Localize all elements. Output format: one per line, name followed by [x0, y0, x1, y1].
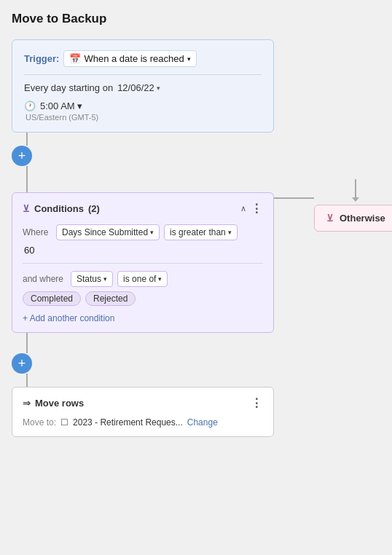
otherwise-label: Otherwise	[340, 213, 385, 224]
filter-icon: ⊻	[23, 203, 30, 214]
time-value-label: 5:00 AM	[40, 101, 75, 111]
action-detail-row: Move to: ☐ 2023 - Retirement Reques... C…	[23, 417, 263, 428]
more-options-icon[interactable]: ⋮	[251, 202, 263, 216]
tag-rejected: Rejected	[85, 291, 136, 306]
timezone-label: US/Eastern (GMT-5)	[26, 113, 262, 122]
h-connector: ⊻ Otherwise	[274, 179, 392, 232]
trigger-type-dropdown[interactable]: 📅 When a date is reached ▾	[63, 50, 196, 67]
field2-label: Status	[77, 274, 101, 284]
schedule-date: 12/06/22	[117, 82, 154, 93]
add-condition-button[interactable]: + Add another condition	[23, 313, 114, 323]
conditions-actions: ∧ ⋮	[240, 202, 263, 216]
clock-icon: 🕐	[24, 101, 36, 111]
connector-v3	[26, 179, 28, 192]
trigger-label: Trigger:	[24, 53, 59, 64]
connector-v5	[26, 374, 28, 387]
arrow-down-otherwise	[352, 197, 359, 202]
connector-v2	[26, 166, 28, 179]
field1-dropdown[interactable]: Days Since Submitted ▾	[56, 224, 160, 240]
condition-value-1: 60	[23, 245, 263, 256]
field2-dropdown[interactable]: Status ▾	[71, 271, 113, 287]
move-to-label: Move to:	[23, 417, 56, 428]
chevron-down-icon-6: ▾	[103, 275, 107, 283]
action-title: ⇒ Move rows	[23, 398, 84, 409]
v-connector-otherwise: ⊻ Otherwise	[314, 179, 392, 232]
otherwise-branch: ⊻ Otherwise	[274, 179, 392, 232]
field1-label: Days Since Submitted	[62, 227, 148, 237]
conditions-header: ⊻ Conditions (2) ∧ ⋮	[23, 202, 263, 216]
divider-1	[24, 74, 262, 75]
action-more-options-icon[interactable]: ⋮	[251, 396, 263, 410]
calendar-icon: 📅	[69, 53, 81, 64]
action-header: ⇒ Move rows ⋮	[23, 396, 263, 410]
trigger-type-label: When a date is reached	[84, 53, 184, 64]
divider-2	[23, 263, 263, 264]
change-link[interactable]: Change	[187, 417, 218, 428]
v-line-otherwise	[355, 179, 356, 197]
condition-row-2: and where Status ▾ is one of ▾	[23, 271, 263, 287]
sheet-icon: ☐	[60, 417, 68, 428]
schedule-label: Every day starting on	[24, 82, 113, 93]
destination-name: 2023 - Retirement Reques...	[73, 417, 183, 428]
collapse-icon[interactable]: ∧	[240, 204, 246, 213]
chevron-down-icon-3: ▾	[77, 101, 82, 111]
chevron-down-icon-4: ▾	[150, 229, 154, 236]
branch-left: ⊻ Conditions (2) ∧ ⋮ Where Days Since Su…	[12, 179, 274, 333]
condition-row-1: Where Days Since Submitted ▾ is greater …	[23, 224, 263, 240]
tags-row: Completed Rejected	[23, 291, 263, 306]
time-row: 🕐 5:00 AM ▾	[24, 101, 262, 111]
operator2-dropdown[interactable]: is one of ▾	[117, 271, 168, 287]
schedule-dropdown[interactable]: 12/06/22 ▾	[117, 82, 160, 93]
add-step-button-2[interactable]: +	[12, 353, 32, 374]
time-dropdown[interactable]: 5:00 AM ▾	[40, 101, 82, 111]
chevron-down-icon: ▾	[187, 55, 191, 63]
operator1-label: is greater than	[170, 227, 226, 237]
where-label: Where	[23, 227, 52, 237]
operator2-label: is one of	[123, 274, 156, 284]
chevron-down-icon-5: ▾	[228, 229, 232, 236]
conditions-card: ⊻ Conditions (2) ∧ ⋮ Where Days Since Su…	[12, 192, 274, 333]
schedule-row: Every day starting on 12/06/22 ▾	[24, 82, 262, 93]
branch-wrapper: ⊻ Conditions (2) ∧ ⋮ Where Days Since Su…	[12, 179, 380, 333]
otherwise-filter-icon: ⊻	[326, 213, 334, 224]
connector-v4	[26, 333, 28, 353]
trigger-header: Trigger: 📅 When a date is reached ▾	[24, 50, 262, 67]
h-line	[274, 197, 314, 199]
action-title-label: Move rows	[35, 398, 84, 409]
trigger-card: Trigger: 📅 When a date is reached ▾ Ever…	[12, 39, 274, 133]
conditions-count: (2)	[88, 203, 100, 214]
and-where-label: and where	[23, 274, 66, 284]
move-rows-icon: ⇒	[23, 398, 31, 409]
add-step-button-1[interactable]: +	[12, 146, 32, 166]
connector-v1	[26, 133, 28, 146]
tag-completed: Completed	[23, 291, 81, 306]
operator1-dropdown[interactable]: is greater than ▾	[164, 224, 238, 240]
chevron-down-icon-2: ▾	[157, 84, 160, 92]
otherwise-card: ⊻ Otherwise	[314, 205, 392, 232]
chevron-down-icon-7: ▾	[158, 275, 162, 283]
page-title: Move to Backup	[12, 12, 380, 26]
action-card: ⇒ Move rows ⋮ Move to: ☐ 2023 - Retireme…	[12, 387, 274, 437]
conditions-label: Conditions	[34, 203, 84, 214]
conditions-title: ⊻ Conditions (2)	[23, 203, 100, 214]
